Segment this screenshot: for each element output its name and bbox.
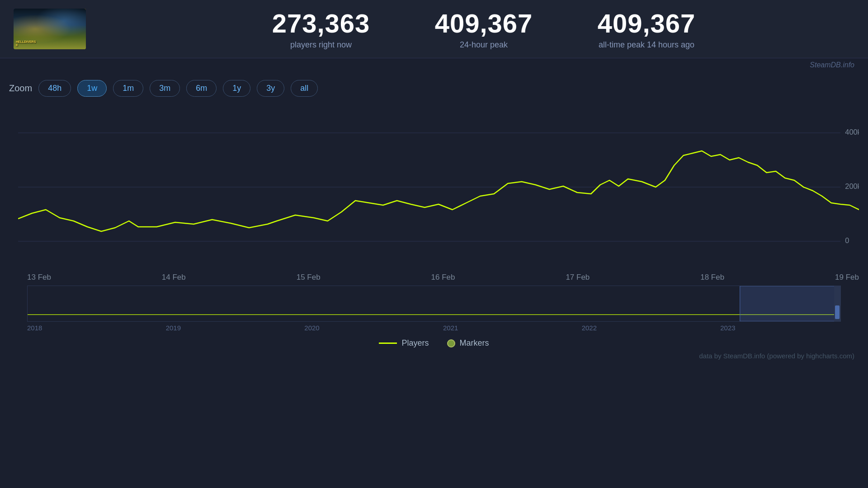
legend-players-line [379,343,397,344]
svg-text:200k: 200k [845,182,859,190]
alltime-value: 409,367 [598,8,696,38]
stat-24h-peak: 409,367 24-hour peak [420,8,547,50]
header-section: HELLDIVERSII 273,363 players right now 4… [0,0,868,58]
zoom-btn-3m[interactable]: 3m [150,80,180,97]
current-players-value: 273,363 [272,8,370,38]
stats-container: 273,363 players right now 409,367 24-hou… [113,8,854,50]
legend-players-label: Players [401,338,429,348]
x-label-14feb: 14 Feb [162,273,186,282]
zoom-bar: Zoom 48h 1w 1m 3m 6m 1y 3y all [0,72,868,101]
peak24h-label: 24-hour peak [460,40,508,50]
x-label-16feb: 16 Feb [431,273,455,282]
year-label-2019: 2019 [166,324,181,332]
zoom-btn-3y[interactable]: 3y [257,80,284,97]
zoom-label: Zoom [9,83,32,94]
watermark: SteamDB.info [0,58,868,72]
chart-legend: Players Markers [0,332,868,350]
main-chart-svg: 400k 200k 0 [18,106,859,268]
mini-chart-year-labels: 2018 2019 2020 2021 2022 2023 [0,322,868,332]
x-label-19feb: 19 Feb [835,273,859,282]
svg-rect-7 [740,286,840,321]
mini-chart-scrollbar[interactable] [834,286,840,321]
stat-current: 273,363 players right now [258,8,384,50]
year-label-2022: 2022 [582,324,597,332]
mini-chart-svg [28,286,840,321]
svg-text:0: 0 [845,236,849,244]
year-label-2018: 2018 [27,324,42,332]
game-thumbnail: HELLDIVERSII [14,9,86,49]
svg-text:400k: 400k [845,128,859,136]
game-title: HELLDIVERSII [16,40,36,47]
x-label-18feb: 18 Feb [700,273,724,282]
zoom-btn-1y[interactable]: 1y [223,80,250,97]
peak24h-value: 409,367 [435,8,533,38]
current-players-label: players right now [290,40,352,50]
legend-markers-dot [447,339,455,347]
zoom-btn-6m[interactable]: 6m [186,80,217,97]
x-label-17feb: 17 Feb [566,273,590,282]
zoom-btn-all[interactable]: all [291,80,318,97]
mini-chart-area [27,286,841,322]
x-label-15feb: 15 Feb [297,273,321,282]
legend-markers: Markers [447,338,489,348]
legend-players: Players [379,338,429,348]
zoom-btn-1m[interactable]: 1m [113,80,143,97]
year-label-2020: 2020 [304,324,319,332]
stat-alltime: 409,367 all-time peak 14 hours ago [583,8,710,50]
zoom-btn-48h[interactable]: 48h [38,80,71,97]
scrollbar-thumb[interactable] [835,305,840,319]
zoom-btn-1w[interactable]: 1w [77,80,107,97]
legend-markers-label: Markers [460,338,489,348]
x-axis-labels: 13 Feb 14 Feb 15 Feb 16 Feb 17 Feb 18 Fe… [0,268,868,282]
data-attribution: data by SteamDB.info (powered by highcha… [0,350,868,360]
main-chart-area: 400k 200k 0 [18,106,859,268]
year-label-2021: 2021 [443,324,458,332]
x-label-13feb: 13 Feb [27,273,51,282]
year-label-2023: 2023 [720,324,735,332]
alltime-label: all-time peak 14 hours ago [599,40,694,50]
